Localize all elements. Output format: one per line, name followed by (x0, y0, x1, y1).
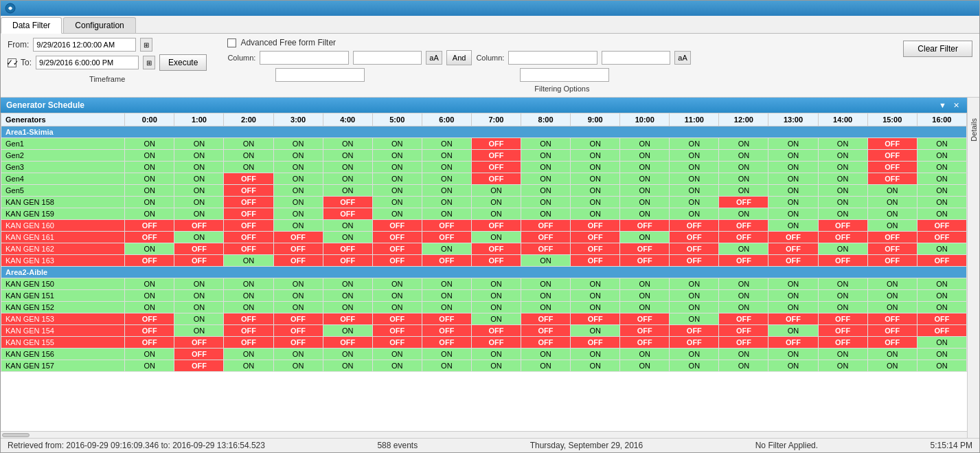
schedule-cell[interactable]: ON (372, 162, 422, 173)
schedule-cell[interactable]: ON (174, 232, 224, 243)
schedule-cell[interactable]: OFF (224, 185, 273, 197)
column1-aa-button[interactable]: aA (426, 51, 442, 65)
panel-close-button[interactable]: ✕ (951, 101, 961, 110)
schedule-cell[interactable]: ON (471, 349, 521, 360)
schedule-cell[interactable]: ON (768, 278, 818, 290)
from-datetime-input[interactable] (33, 38, 136, 52)
schedule-cell[interactable]: ON (471, 185, 521, 197)
schedule-cell[interactable]: OFF (323, 313, 372, 325)
schedule-cell[interactable]: ON (917, 290, 966, 302)
schedule-cell[interactable]: ON (224, 150, 273, 162)
schedule-cell[interactable]: ON (768, 220, 818, 232)
schedule-cell[interactable]: ON (521, 162, 571, 173)
schedule-cell[interactable]: ON (917, 162, 966, 173)
schedule-cell[interactable]: OFF (224, 232, 273, 243)
schedule-cell[interactable]: OFF (422, 325, 471, 337)
schedule-cell[interactable]: OFF (917, 232, 966, 243)
schedule-cell[interactable]: ON (521, 185, 571, 197)
schedule-cell[interactable]: ON (818, 162, 867, 173)
schedule-cell[interactable]: ON (125, 150, 174, 162)
schedule-cell[interactable]: ON (521, 302, 571, 313)
schedule-cell[interactable]: OFF (867, 313, 917, 325)
sub-column1-dropdown[interactable] (275, 68, 365, 82)
table-row[interactable]: Gen3ONONONONONONONOFFONONONONONONONOFFON (1, 162, 967, 173)
schedule-cell[interactable]: OFF (768, 337, 818, 349)
schedule-cell[interactable]: OFF (670, 255, 719, 267)
schedule-cell[interactable]: ON (422, 173, 471, 185)
schedule-cell[interactable]: ON (471, 360, 521, 372)
schedule-cell[interactable]: ON (818, 278, 867, 290)
schedule-cell[interactable]: ON (917, 349, 966, 360)
table-row[interactable]: Gen5ONONOFFONONONONONONONONONONONONONON (1, 185, 967, 197)
schedule-cell[interactable]: OFF (917, 255, 966, 267)
schedule-cell[interactable]: ON (174, 278, 224, 290)
schedule-cell[interactable]: ON (422, 360, 471, 372)
schedule-cell[interactable]: ON (571, 150, 620, 162)
schedule-cell[interactable]: OFF (670, 243, 719, 255)
schedule-cell[interactable]: ON (323, 150, 372, 162)
schedule-cell[interactable]: OFF (323, 208, 372, 220)
schedule-cell[interactable]: ON (174, 138, 224, 150)
schedule-cell[interactable]: ON (818, 290, 867, 302)
schedule-cell[interactable]: ON (174, 325, 224, 337)
schedule-cell[interactable]: ON (867, 197, 917, 208)
schedule-cell[interactable]: ON (818, 243, 867, 255)
schedule-cell[interactable]: ON (620, 302, 670, 313)
schedule-cell[interactable]: ON (818, 349, 867, 360)
schedule-cell[interactable]: ON (768, 197, 818, 208)
table-row[interactable]: KAN GEN 159ONONOFFONOFFONONONONONONONONO… (1, 208, 967, 220)
tab-configuration[interactable]: Configuration (63, 17, 135, 33)
schedule-cell[interactable]: ON (422, 349, 471, 360)
schedule-cell[interactable]: OFF (372, 313, 422, 325)
schedule-cell[interactable]: ON (571, 349, 620, 360)
column2-aa-button[interactable]: aA (674, 51, 690, 65)
schedule-cell[interactable]: ON (768, 302, 818, 313)
schedule-cell[interactable]: ON (273, 302, 323, 313)
grid-container[interactable]: Generators 0:00 1:00 2:00 3:00 4:00 5:00… (1, 113, 967, 431)
schedule-cell[interactable]: OFF (422, 232, 471, 243)
schedule-cell[interactable]: OFF (818, 313, 867, 325)
schedule-cell[interactable]: ON (323, 138, 372, 150)
schedule-cell[interactable]: ON (867, 185, 917, 197)
schedule-cell[interactable]: ON (719, 360, 768, 372)
schedule-cell[interactable]: OFF (224, 325, 273, 337)
schedule-cell[interactable]: OFF (471, 173, 521, 185)
schedule-cell[interactable]: OFF (273, 313, 323, 325)
table-row[interactable]: KAN GEN 163OFFOFFONOFFOFFOFFOFFOFFONOFFO… (1, 255, 967, 267)
schedule-cell[interactable]: OFF (125, 325, 174, 337)
schedule-cell[interactable]: ON (471, 232, 521, 243)
schedule-cell[interactable]: OFF (521, 232, 571, 243)
schedule-cell[interactable]: ON (125, 162, 174, 173)
schedule-cell[interactable]: OFF (471, 138, 521, 150)
horizontal-scrollbar[interactable] (1, 431, 967, 438)
schedule-cell[interactable]: ON (372, 197, 422, 208)
schedule-cell[interactable]: ON (670, 313, 719, 325)
schedule-cell[interactable]: OFF (471, 162, 521, 173)
schedule-cell[interactable]: ON (372, 349, 422, 360)
schedule-cell[interactable]: ON (273, 290, 323, 302)
table-row[interactable]: Gen4ONONOFFONONONONOFFONONONONONONONOFFO… (1, 173, 967, 185)
schedule-cell[interactable]: ON (818, 302, 867, 313)
schedule-cell[interactable]: OFF (174, 255, 224, 267)
schedule-cell[interactable]: OFF (174, 243, 224, 255)
schedule-cell[interactable]: ON (620, 138, 670, 150)
schedule-cell[interactable]: ON (768, 150, 818, 162)
schedule-cell[interactable]: OFF (323, 197, 372, 208)
schedule-cell[interactable]: OFF (620, 220, 670, 232)
schedule-cell[interactable]: OFF (768, 243, 818, 255)
schedule-cell[interactable]: OFF (571, 232, 620, 243)
table-row[interactable]: KAN GEN 158ONONOFFONOFFONONONONONONONOFF… (1, 197, 967, 208)
schedule-cell[interactable]: ON (768, 185, 818, 197)
schedule-cell[interactable]: ON (719, 243, 768, 255)
schedule-cell[interactable]: ON (323, 302, 372, 313)
schedule-cell[interactable]: OFF (224, 220, 273, 232)
schedule-cell[interactable]: ON (323, 173, 372, 185)
clear-filter-button[interactable]: Clear Filter (903, 41, 972, 57)
column2-dropdown[interactable] (508, 51, 597, 65)
table-row[interactable]: Gen1ONONONONONONONOFFONONONONONONONOFFON (1, 138, 967, 150)
schedule-cell[interactable]: OFF (372, 232, 422, 243)
schedule-cell[interactable]: OFF (273, 325, 323, 337)
schedule-cell[interactable]: ON (224, 360, 273, 372)
schedule-cell[interactable]: ON (372, 278, 422, 290)
schedule-cell[interactable]: ON (917, 208, 966, 220)
